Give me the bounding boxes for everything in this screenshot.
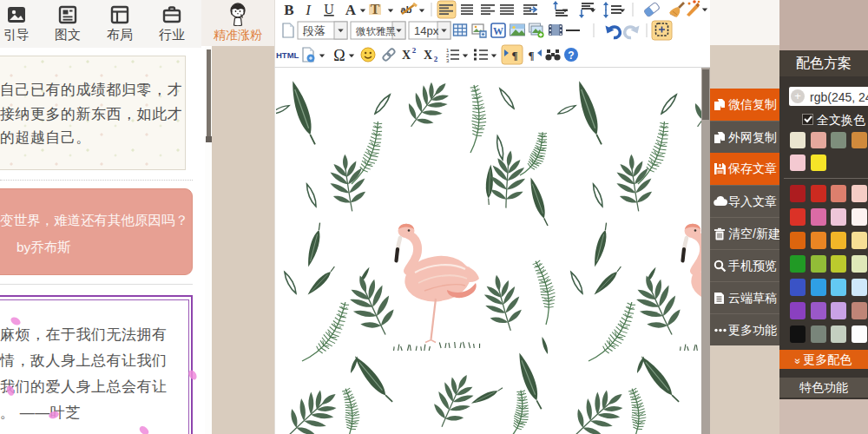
svg-text:A: A	[345, 2, 357, 18]
svg-text:U: U	[324, 2, 334, 16]
svg-text:T: T	[371, 2, 380, 16]
svg-text:X: X	[424, 49, 432, 62]
svg-text:微软雅黑: 微软雅黑	[355, 26, 396, 36]
svg-text:Ω: Ω	[333, 47, 345, 64]
svg-text:段落: 段落	[302, 24, 326, 37]
svg-text:3: 3	[446, 58, 450, 63]
svg-text:¶: ¶	[528, 49, 534, 62]
svg-text:HTML: HTML	[276, 50, 299, 60]
svg-text:2: 2	[412, 46, 417, 55]
svg-text:?: ?	[568, 49, 574, 62]
svg-text:B: B	[284, 2, 293, 18]
svg-text:I: I	[305, 2, 312, 18]
svg-text:X: X	[402, 49, 411, 62]
svg-text:W: W	[493, 25, 503, 37]
svg-text:14px: 14px	[414, 24, 439, 37]
svg-text:¶: ¶	[511, 49, 517, 62]
svg-text:2: 2	[434, 55, 438, 63]
